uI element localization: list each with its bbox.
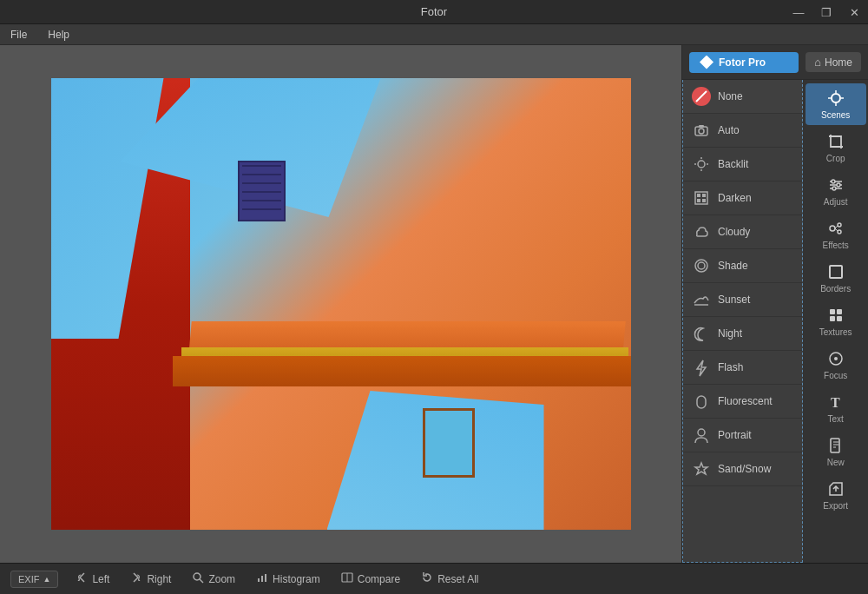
scene-item-backlit[interactable]: Backlit xyxy=(683,148,802,182)
scene-item-portrait[interactable]: Portrait xyxy=(683,419,802,452)
bottom-btn-compare[interactable]: Compare xyxy=(331,568,411,590)
tool-label-adjust: Adjust xyxy=(824,197,848,207)
svg-rect-52 xyxy=(258,578,260,582)
tool-item-export[interactable]: Export xyxy=(806,474,866,516)
scene-item-sunset[interactable]: Sunset xyxy=(683,283,802,317)
menu-help[interactable]: Help xyxy=(44,27,73,43)
scene-label-fluorescent: Fluorescent xyxy=(718,395,773,407)
tool-item-scenes[interactable]: Scenes xyxy=(806,83,866,125)
bottom-icon-reset_all xyxy=(421,571,433,586)
scene-item-sand_snow[interactable]: Sand/Snow xyxy=(683,452,802,486)
scene-item-cloudy[interactable]: Cloudy xyxy=(683,215,802,249)
main-area: Fotor Pro ⌂ Home NoneAutoBacklitDarkenCl… xyxy=(0,45,868,563)
tool-icon-scenes xyxy=(826,89,845,108)
scene-icon-fluorescent xyxy=(692,392,711,411)
scene-icon-auto xyxy=(692,121,711,140)
svg-point-15 xyxy=(695,260,707,272)
scene-item-fluorescent[interactable]: Fluorescent xyxy=(683,385,802,419)
tool-icon-adjust xyxy=(826,175,845,195)
scene-label-portrait: Portrait xyxy=(718,429,752,441)
svg-point-29 xyxy=(832,180,835,183)
bottom-btn-right[interactable]: Right xyxy=(120,568,181,590)
svg-point-16 xyxy=(698,262,705,269)
tool-item-effects[interactable]: Effects xyxy=(806,214,866,255)
scene-label-sunset: Sunset xyxy=(718,294,750,306)
tool-item-adjust[interactable]: Adjust xyxy=(806,170,866,212)
tool-label-new: New xyxy=(827,458,845,467)
svg-marker-18 xyxy=(697,360,706,376)
fotor-pro-label: Fotor Pro xyxy=(719,56,766,69)
scene-item-darken[interactable]: Darken xyxy=(683,182,802,215)
tool-item-crop[interactable]: Crop xyxy=(806,127,866,168)
canvas-area xyxy=(0,45,681,563)
scene-item-none[interactable]: None xyxy=(683,80,802,114)
exif-chevron-icon: ▲ xyxy=(43,575,50,584)
tool-icon-textures xyxy=(826,306,845,325)
svg-rect-37 xyxy=(830,266,842,278)
bottom-btn-histogram[interactable]: Histogram xyxy=(246,568,331,590)
svg-rect-41 xyxy=(837,316,842,321)
svg-point-21 xyxy=(832,94,840,102)
scene-icon-sunset xyxy=(692,290,711,309)
scene-icon-portrait xyxy=(692,426,711,445)
maximize-button[interactable]: ❐ xyxy=(812,0,840,24)
svg-line-36 xyxy=(835,228,838,231)
scene-label-none: None xyxy=(718,90,743,102)
scene-item-auto[interactable]: Auto xyxy=(683,114,802,148)
bottom-btn-reset_all[interactable]: Reset All xyxy=(411,568,489,590)
close-button[interactable]: ✕ xyxy=(840,0,868,24)
minimize-button[interactable]: — xyxy=(785,0,812,24)
scene-icon-none xyxy=(692,87,711,106)
scene-label-cloudy: Cloudy xyxy=(718,226,750,238)
tool-label-borders: Borders xyxy=(820,284,851,294)
scene-label-flash: Flash xyxy=(718,361,743,373)
svg-rect-19 xyxy=(697,396,706,408)
tool-item-new[interactable]: New xyxy=(806,431,866,472)
scene-label-auto: Auto xyxy=(718,124,740,136)
bottom-btn-left[interactable]: Left xyxy=(65,568,120,590)
tool-icon-text: T xyxy=(826,393,845,412)
svg-line-35 xyxy=(835,226,838,228)
scene-icon-backlit xyxy=(692,155,711,174)
tool-item-text[interactable]: TText xyxy=(806,387,866,429)
menu-bar: File Help xyxy=(0,24,868,45)
exif-button[interactable]: EXIF ▲ xyxy=(10,571,58,588)
scene-label-sand_snow: Sand/Snow xyxy=(718,463,771,475)
panel-content: NoneAutoBacklitDarkenCloudyShadeSunsetNi… xyxy=(682,80,868,563)
tool-icon-focus xyxy=(826,349,845,368)
home-button[interactable]: ⌂ Home xyxy=(806,52,861,72)
svg-point-31 xyxy=(832,187,836,190)
panel-top-bar: Fotor Pro ⌂ Home xyxy=(682,45,868,80)
scene-icon-darken xyxy=(692,188,711,208)
bottom-label-histogram: Histogram xyxy=(273,573,320,585)
svg-rect-53 xyxy=(261,576,263,582)
bottom-icon-histogram xyxy=(256,571,268,586)
tool-item-focus[interactable]: Focus xyxy=(806,344,866,386)
svg-rect-4 xyxy=(699,125,704,128)
scene-label-backlit: Backlit xyxy=(718,158,748,170)
scene-icon-sand_snow xyxy=(692,459,711,478)
scene-icon-cloudy xyxy=(692,222,711,241)
tool-item-textures[interactable]: Textures xyxy=(806,300,866,342)
svg-rect-45 xyxy=(831,439,839,452)
tool-label-crop: Crop xyxy=(826,154,845,163)
svg-rect-13 xyxy=(697,199,700,202)
bottom-label-compare: Compare xyxy=(358,573,400,585)
menu-file[interactable]: File xyxy=(7,27,30,43)
svg-rect-40 xyxy=(830,316,835,321)
scene-item-flash[interactable]: Flash xyxy=(683,351,802,385)
diamond-icon xyxy=(700,56,713,69)
scene-label-night: Night xyxy=(718,327,742,340)
scene-item-shade[interactable]: Shade xyxy=(683,249,802,283)
svg-point-34 xyxy=(838,230,841,234)
tool-item-borders[interactable]: Borders xyxy=(806,257,866,299)
svg-point-43 xyxy=(834,357,838,360)
tool-icon-borders xyxy=(826,262,845,281)
tool-icon-new xyxy=(826,436,845,455)
scene-icon-night xyxy=(692,324,711,343)
scenes-list[interactable]: NoneAutoBacklitDarkenCloudyShadeSunsetNi… xyxy=(682,80,803,563)
tool-label-focus: Focus xyxy=(824,371,847,380)
bottom-btn-zoom[interactable]: Zoom xyxy=(181,568,246,590)
scene-item-night[interactable]: Night xyxy=(683,317,802,351)
fotor-pro-button[interactable]: Fotor Pro xyxy=(689,52,799,73)
